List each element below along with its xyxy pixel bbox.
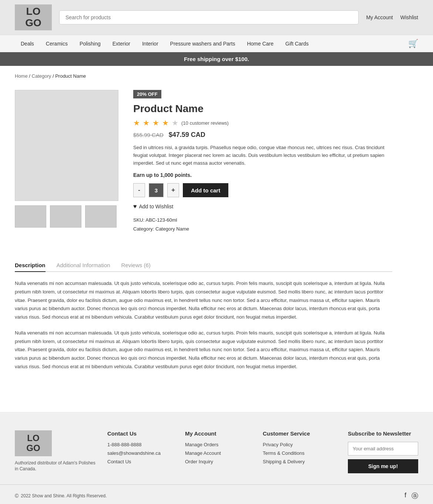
nav-item-deals[interactable]: Deals (15, 36, 40, 52)
search-wrap (59, 10, 359, 24)
logo-text: LO GO (25, 6, 41, 29)
wishlist-link[interactable]: Wishlist (400, 14, 418, 20)
tab-content: Nulla venenatis mi non accumsan malesuad… (15, 279, 392, 371)
footer-service-title: Customer Service (263, 430, 337, 437)
main-product-image (15, 90, 118, 201)
footer-service: Customer Service Privacy Policy Terms & … (263, 430, 337, 473)
wishlist-row[interactable]: ♥ Add to Wishlist (133, 203, 392, 210)
tab-description[interactable]: Description (15, 259, 46, 272)
nav-items: Deals Ceramics Polishing Exterior Interi… (15, 36, 408, 52)
footer-logo-text: LO GO (26, 433, 40, 453)
footer-brand: LO GO Authorized distributor of Adam's P… (15, 430, 96, 473)
my-account-link[interactable]: My Account (366, 14, 393, 20)
price-row: $55.99 CAD $47.59 CAD (133, 131, 392, 139)
footer-account-title: My Account (185, 430, 252, 437)
tab-reviews[interactable]: Reviews (6) (121, 259, 151, 272)
category-value: Category Name (155, 226, 189, 232)
nav-item-polishing[interactable]: Polishing (74, 36, 107, 52)
thumb-3[interactable] (85, 205, 117, 228)
nav-item-interior[interactable]: Interior (136, 36, 164, 52)
footer-newsletter: Subscribe to Newsletter Sign me up! (348, 430, 418, 473)
footer-phone[interactable]: 1-888-888-8888 (107, 442, 174, 447)
footer-manage-account[interactable]: Manage Account (185, 450, 252, 456)
breadcrumb-product: Product Name (55, 73, 86, 79)
qty-cart-row: - + Add to cart (133, 183, 392, 197)
copyright-text: 2022 Show and Shine. All Rights Reserved… (21, 493, 107, 498)
footer-logo[interactable]: LO GO (15, 430, 52, 456)
original-price: $55.99 CAD (133, 132, 164, 138)
reviews-count[interactable]: (10 customer reviews) (181, 120, 229, 126)
thumb-1[interactable] (15, 205, 46, 228)
nav-item-exterior[interactable]: Exterior (107, 36, 136, 52)
breadcrumb-home[interactable]: Home (15, 73, 28, 79)
header-actions: My Account Wishlist (366, 14, 418, 20)
nav-item-giftcards[interactable]: Gift Cards (279, 36, 315, 52)
thumb-2[interactable] (50, 205, 81, 228)
qty-minus-button[interactable]: - (133, 183, 145, 197)
sku-row: SKU: ABC-123-60ml (133, 216, 392, 224)
newsletter-submit-button[interactable]: Sign me up! (348, 459, 418, 473)
footer-account: My Account Manage Orders Manage Account … (185, 430, 252, 473)
footer-privacy-policy[interactable]: Privacy Policy (263, 442, 337, 447)
footer-contact-title: Contact Us (107, 430, 174, 437)
footer-contact-link[interactable]: Contact Us (107, 459, 174, 464)
promo-text: Free shipping over $100. (184, 56, 249, 62)
footer-terms-conditions[interactable]: Terms & Conditions (263, 450, 337, 456)
search-input[interactable] (59, 10, 359, 24)
qty-plus-button[interactable]: + (167, 183, 179, 197)
footer-newsletter-title: Subscribe to Newsletter (348, 430, 418, 437)
newsletter-email-input[interactable] (348, 442, 418, 456)
facebook-icon[interactable]: f (405, 491, 406, 500)
product-short-description: Sed in ultrices nisi, a gravida turpis. … (133, 144, 392, 167)
star-1: ★ (133, 118, 140, 127)
footer-email[interactable]: sales@showandshine.ca (107, 450, 174, 456)
footer-contact: Contact Us 1-888-888-8888 sales@showands… (107, 430, 174, 473)
star-2: ★ (143, 118, 150, 127)
breadcrumb: Home / Category / Product Name (0, 66, 433, 83)
tabs-section: Description Additional Information Revie… (0, 248, 407, 390)
stars-row: ★ ★ ★ ★ ★ (10 customer reviews) (133, 118, 392, 127)
thumbnail-row (15, 205, 118, 228)
description-paragraph-2: Nulla venenatis mi non accumsan malesuad… (15, 329, 392, 371)
footer-main: LO GO Authorized distributor of Adam's P… (0, 412, 433, 484)
nav-item-ceramics[interactable]: Ceramics (40, 36, 74, 52)
product-info: 20% OFF Product Name ★ ★ ★ ★ ★ (10 custo… (133, 90, 392, 233)
footer-order-inquiry[interactable]: Order Inquiry (185, 459, 252, 464)
wishlist-label: Add to Wishlist (139, 204, 174, 209)
tab-additional-info[interactable]: Additional Information (57, 259, 110, 272)
breadcrumb-sep1: / (29, 73, 31, 79)
category-label: Category: (133, 226, 154, 232)
description-paragraph-1: Nulla venenatis mi non accumsan malesuad… (15, 279, 392, 322)
product-section: 20% OFF Product Name ★ ★ ★ ★ ★ (10 custo… (0, 83, 407, 248)
footer-grid: LO GO Authorized distributor of Adam's P… (15, 430, 418, 473)
product-images (15, 90, 118, 233)
footer-bottom: © 2022 Show and Shine. All Rights Reserv… (0, 484, 433, 504)
promo-banner: Free shipping over $100. (0, 52, 433, 66)
header: LO GO My Account Wishlist (0, 0, 433, 35)
star-5: ★ (172, 118, 178, 127)
copyright-icon: © (15, 493, 19, 499)
star-3: ★ (152, 118, 159, 127)
nav-item-pressure[interactable]: Pressure washers and Parts (164, 36, 241, 52)
earn-points: Earn up to 1,000 points. (133, 172, 392, 178)
nav-item-homecare[interactable]: Home Care (241, 36, 279, 52)
breadcrumb-category[interactable]: Category (32, 73, 51, 79)
heart-icon: ♥ (133, 203, 137, 210)
product-name: Product Name (133, 103, 392, 115)
footer-shipping-delivery[interactable]: Shipping & Delivery (263, 459, 337, 464)
footer-manage-orders[interactable]: Manage Orders (185, 442, 252, 447)
tabs-bar: Description Additional Information Revie… (15, 259, 392, 272)
sku-label: SKU: (133, 217, 144, 223)
add-to-cart-button[interactable]: Add to cart (183, 183, 228, 197)
category-row: Category: Category Name (133, 225, 392, 233)
quantity-input[interactable] (149, 183, 164, 197)
cart-icon[interactable]: 🛒 (408, 35, 418, 52)
sale-price: $47.59 CAD (169, 131, 205, 139)
social-icons: f ⓐ (405, 491, 418, 500)
discount-badge: 20% OFF (133, 90, 161, 98)
logo[interactable]: LO GO (15, 4, 52, 30)
footer-tagline: Authorized distributor of Adam's Polishe… (15, 460, 96, 473)
footer-copyright: © 2022 Show and Shine. All Rights Reserv… (15, 493, 107, 499)
product-meta: SKU: ABC-123-60ml Category: Category Nam… (133, 216, 392, 233)
instagram-icon[interactable]: ⓐ (412, 491, 418, 500)
